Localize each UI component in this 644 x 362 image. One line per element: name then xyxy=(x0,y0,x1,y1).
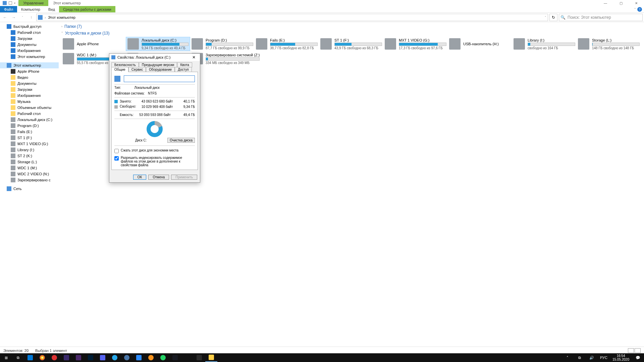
ribbon-context-tab[interactable]: Управление xyxy=(18,0,48,6)
taskbar-explorer[interactable] xyxy=(205,353,217,362)
apply-button[interactable]: Применить xyxy=(171,175,197,180)
section-folders[interactable]: ›Папки (7) xyxy=(61,23,641,29)
nav-pc-item[interactable]: Storage (L:) xyxy=(0,159,59,165)
tab-computer[interactable]: Компьютер xyxy=(17,6,44,12)
taskbar-app[interactable] xyxy=(97,353,109,362)
taskbar-app[interactable] xyxy=(24,353,36,362)
tab-view[interactable]: Вид xyxy=(44,6,59,12)
view-large-button[interactable] xyxy=(635,348,641,353)
nav-pc-item[interactable]: Рабочий стол xyxy=(0,111,59,117)
dialog-tab[interactable]: Предыдущие версии xyxy=(139,62,177,67)
recent-button[interactable]: ˅ xyxy=(19,14,26,21)
taskbar-app[interactable] xyxy=(181,353,193,362)
taskbar-app[interactable] xyxy=(121,353,133,362)
nav-pc-item[interactable]: Загрузки xyxy=(0,86,59,93)
taskbar-app[interactable] xyxy=(48,353,60,362)
tab-disk-tools[interactable]: Средства работы с дисками xyxy=(59,6,115,12)
dialog-tab[interactable]: Сервис xyxy=(128,67,146,72)
nav-quick-item[interactable]: Изображения xyxy=(0,48,59,54)
minimize-button[interactable]: — xyxy=(598,0,613,6)
nav-pc-item[interactable]: Fails (E:) xyxy=(0,129,59,135)
nav-this-pc[interactable]: Этот компьютер xyxy=(0,62,59,68)
tray-lang[interactable]: РУС xyxy=(598,353,610,362)
drive-item[interactable]: Program (D:)87,7 ГБ свободно из 99,9 ГБ xyxy=(190,37,255,51)
nav-pc-item[interactable]: MXT 1 VIDEO (G:) xyxy=(0,141,59,147)
taskbar-app[interactable] xyxy=(133,353,145,362)
refresh-button[interactable]: ↻ xyxy=(549,14,557,21)
nav-pc-item[interactable]: Program (D:) xyxy=(0,123,59,129)
taskbar-app[interactable] xyxy=(60,353,72,362)
nav-pc-item[interactable]: Документы xyxy=(0,80,59,86)
drive-item[interactable]: USB-накопитель (H:) xyxy=(448,37,512,51)
search-input[interactable]: 🔍 Поиск: Этот компьютер xyxy=(559,14,643,21)
help-icon[interactable]: ? xyxy=(637,7,642,12)
nav-pc-item[interactable]: Видео xyxy=(0,74,59,80)
forward-button[interactable]: → xyxy=(10,14,17,21)
nav-pc-item[interactable]: ST 1 (F:) xyxy=(0,135,59,141)
dialog-tab[interactable]: Безопасность xyxy=(111,62,139,67)
taskbar-app[interactable] xyxy=(145,353,157,362)
taskbar-app[interactable] xyxy=(85,353,97,362)
taskbar-app[interactable] xyxy=(109,353,121,362)
dialog-tab[interactable]: Квота xyxy=(177,62,192,67)
back-button[interactable]: ← xyxy=(1,14,9,21)
drive-item[interactable]: Fails (E:)38,7 ГБ свободно из 82,8 ГБ xyxy=(255,37,319,51)
dialog-tab[interactable]: Общие xyxy=(111,67,128,72)
drive-item[interactable]: Storage (L:)148 ГБ свободно из 148 ГБ xyxy=(577,37,641,51)
taskbar-app[interactable] xyxy=(72,353,85,362)
ok-button[interactable]: ОК xyxy=(133,175,147,180)
close-button[interactable]: ✕ xyxy=(629,0,644,6)
section-devices[interactable]: ˅Устройства и диски (13) xyxy=(61,30,641,36)
disk-cleanup-button[interactable]: Очистка диска xyxy=(167,138,195,143)
tray-volume-icon[interactable]: 🔊 xyxy=(586,353,598,362)
drive-item[interactable]: Apple iPhone xyxy=(61,37,126,51)
tray-notifications-icon[interactable]: 💬 xyxy=(632,353,644,362)
nav-pc-item[interactable]: Изображения xyxy=(0,93,59,99)
start-button[interactable]: ⊞ xyxy=(0,353,12,362)
nav-pc-item[interactable]: WDC 1 (M:) xyxy=(0,165,59,171)
maximize-button[interactable]: ▢ xyxy=(613,0,629,6)
dialog-titlebar[interactable]: Свойства: Локальный диск (C:) ✕ xyxy=(109,54,200,61)
dialog-tab[interactable]: Доступ xyxy=(175,67,192,72)
taskbar-app[interactable] xyxy=(36,353,48,362)
addr-dropdown-icon[interactable]: ˅ xyxy=(545,16,546,19)
nav-quick-item[interactable]: Загрузки xyxy=(0,36,59,42)
nav-quick-access[interactable]: Быстрый доступ xyxy=(0,23,59,29)
nav-quick-item[interactable]: Рабочий стол xyxy=(0,29,59,36)
up-button[interactable]: ↑ xyxy=(28,14,35,21)
expand-ribbon-icon[interactable]: ˅ xyxy=(634,8,636,11)
tab-file[interactable]: Файл xyxy=(0,6,17,12)
index-checkbox[interactable]: Разрешить индексировать содержимое файло… xyxy=(114,156,195,167)
nav-pc-item[interactable]: ST 2 (K:) xyxy=(0,153,59,159)
task-view-button[interactable]: ⧉ xyxy=(12,353,24,362)
dialog-tab[interactable]: Оборудование xyxy=(146,67,175,72)
qa-dropdown-icon[interactable]: ▾ xyxy=(14,2,15,5)
view-details-button[interactable] xyxy=(628,348,634,353)
drive-item[interactable]: ST 1 (F:)43,9 ГБ свободно из 68,3 ГБ xyxy=(319,37,383,51)
address-input[interactable]: › Этот компьютер ˅ xyxy=(36,14,548,21)
taskbar-app[interactable] xyxy=(193,353,205,362)
cancel-button[interactable]: Отмена xyxy=(148,175,169,180)
dialog-close-button[interactable]: ✕ xyxy=(190,55,198,60)
nav-network[interactable]: Сеть xyxy=(0,186,59,192)
nav-pc-item[interactable]: Зарезервировано с xyxy=(0,177,59,183)
nav-quick-item[interactable]: Этот компьютер xyxy=(0,54,59,60)
tray-clock[interactable]: 16:54 15.05.2020 xyxy=(610,354,632,361)
taskbar-app[interactable] xyxy=(169,353,181,362)
drive-label-input[interactable] xyxy=(124,75,195,82)
nav-pc-item[interactable]: Музыка xyxy=(0,99,59,105)
qa-icon[interactable] xyxy=(9,1,12,5)
drive-item[interactable]: Library (I:)свободно из 164 ГБ xyxy=(512,37,577,51)
nav-pc-item[interactable]: WDC 2 VIDEO (N:) xyxy=(0,171,59,177)
nav-pc-item[interactable]: Объемные объекты xyxy=(0,105,59,111)
taskbar-app[interactable] xyxy=(157,353,169,362)
compress-checkbox[interactable]: Сжать этот диск для экономии места xyxy=(114,148,195,153)
nav-pc-item[interactable]: Library (I:) xyxy=(0,147,59,153)
nav-quick-item[interactable]: Документы xyxy=(0,42,59,48)
drive-item[interactable]: Локальный диск (C:)9,34 ГБ свободно из 4… xyxy=(126,37,190,51)
nav-pc-item[interactable]: Apple iPhone xyxy=(0,68,59,74)
nav-pc-item[interactable]: Локальный диск (C:) xyxy=(0,117,59,123)
drive-item[interactable]: MXT 1 VIDEO (G:)17,3 ГБ свободно из 97,6… xyxy=(383,37,448,51)
tray-overflow-icon[interactable]: ˄ xyxy=(561,353,574,362)
tray-network-icon[interactable]: ⧉ xyxy=(574,353,586,362)
